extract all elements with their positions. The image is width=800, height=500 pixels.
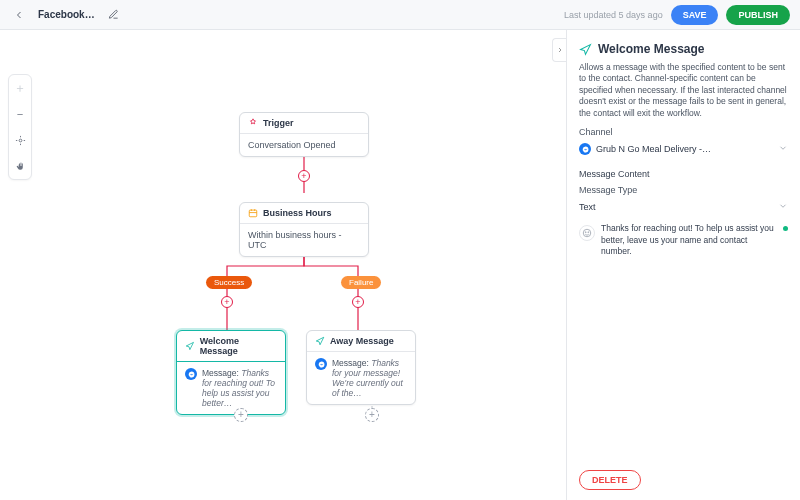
message-content-label: Message Content [579,169,788,179]
zoom-out-icon[interactable]: － [8,101,32,127]
back-arrow-icon[interactable] [10,6,28,24]
chevron-down-icon [778,143,788,155]
node-business-hours-body: Within business hours - UTC [240,224,368,256]
save-button[interactable]: SAVE [671,5,719,25]
svg-point-0 [19,139,22,142]
add-step-after-away[interactable]: + [365,408,379,422]
message-text-input[interactable]: Thanks for reaching out! To help us assi… [601,223,777,257]
channel-select[interactable]: Grub N Go Meal Delivery -… [579,140,788,159]
publish-button[interactable]: PUBLISH [726,5,790,25]
panel-description: Allows a message with the specified cont… [579,62,788,119]
emoji-picker-icon[interactable] [579,225,595,241]
svg-point-7 [583,230,591,238]
svg-point-8 [585,232,586,233]
node-business-hours-title: Business Hours [263,208,332,218]
svg-point-9 [588,232,589,233]
top-bar: Facebook… Last updated 5 days ago SAVE P… [0,0,800,30]
pan-hand-icon[interactable] [8,153,32,179]
connector-lines [0,30,566,500]
branch-failure-badge: Failure [341,276,381,289]
node-away-title: Away Message [330,336,394,346]
message-type-value: Text [579,202,596,212]
node-business-hours[interactable]: Business Hours Within business hours - U… [239,202,369,257]
branch-success-badge: Success [206,276,252,289]
edit-title-icon[interactable] [105,6,123,24]
messenger-icon [315,358,327,370]
node-welcome-message[interactable]: Welcome Message Message: Thanks for reac… [176,330,286,415]
svg-rect-6 [249,210,257,217]
node-trigger-title: Trigger [263,118,294,128]
add-step-after-trigger[interactable]: + [298,170,310,182]
node-welcome-body: Message: Thanks for reaching out! To hel… [202,368,277,408]
channel-label: Channel [579,127,788,137]
collapse-panel-icon[interactable] [552,38,566,62]
message-type-select[interactable]: Text [579,198,788,217]
node-trigger-body: Conversation Opened [240,134,368,156]
workflow-title: Facebook… [38,9,95,20]
node-away-body: Message: Thanks for your message! We're … [332,358,407,398]
node-welcome-title: Welcome Message [200,336,277,356]
node-away-message[interactable]: Away Message Message: Thanks for your me… [306,330,416,405]
add-step-success-branch[interactable]: + [221,296,233,308]
delete-button[interactable]: DELETE [579,470,641,490]
last-updated-text: Last updated 5 days ago [564,10,663,20]
messenger-icon [579,143,591,155]
panel-title: Welcome Message [579,42,788,56]
messenger-icon [185,368,197,380]
zoom-in-icon: ＋ [8,75,32,101]
chevron-down-icon [778,201,788,213]
add-step-after-welcome[interactable]: + [234,408,248,422]
status-dot-icon [783,226,788,231]
channel-value: Grub N Go Meal Delivery -… [596,144,711,154]
fit-view-icon[interactable] [8,127,32,153]
send-icon [579,43,592,56]
canvas-tool-rail: ＋ － [8,74,32,180]
workflow-canvas[interactable]: ＋ － Trigger Conversation Opened + [0,30,566,500]
message-type-label: Message Type [579,185,788,195]
add-step-failure-branch[interactable]: + [352,296,364,308]
node-trigger[interactable]: Trigger Conversation Opened [239,112,369,157]
details-panel: Welcome Message Allows a message with th… [566,30,800,500]
